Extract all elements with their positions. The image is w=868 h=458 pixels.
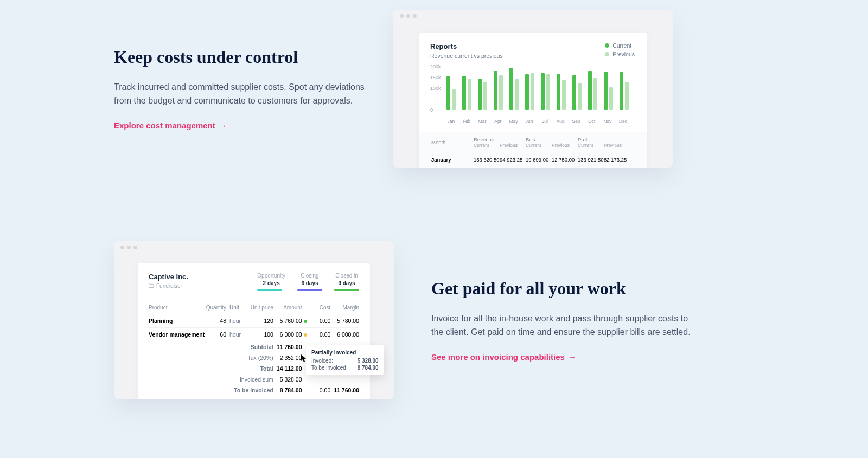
bar-current — [620, 72, 623, 110]
hdr-unitprice: Unit price — [244, 305, 273, 311]
hdr-cost: Cost — [309, 305, 331, 311]
table-row: February157 420.00142 350.0022 050.0017 … — [419, 167, 647, 168]
ytick: 200k — [430, 64, 441, 69]
tooltip-row: To be invoiced:8 784.00 — [311, 365, 379, 371]
bar-previous — [483, 82, 487, 110]
explore-cost-link-label: Explore cost management — [114, 121, 215, 130]
col-bills: Bills — [526, 137, 552, 143]
section2-heading: Get paid for all your work — [431, 278, 703, 299]
bar-current — [494, 71, 497, 110]
invoice-tooltip: Partially invoiced Invoiced:5 328.00To b… — [306, 345, 384, 375]
section2-body: Invoice for all the in-house work and pa… — [431, 312, 692, 339]
arrow-right-icon: → — [219, 121, 227, 130]
chart-xlabels: JanFebMarAprMayJunJulAugSepOctNovDec — [446, 119, 628, 124]
hdr-amount: Amount — [273, 305, 302, 311]
ytick: 0 — [430, 107, 433, 113]
bar-current — [462, 76, 466, 110]
arrow-right-icon: → — [568, 352, 576, 362]
invoicing-link[interactable]: See more on invoicing capabilities → — [431, 352, 576, 362]
bar-current — [541, 73, 545, 110]
bar-previous — [531, 73, 534, 110]
tooltip-title: Partially invoiced — [311, 350, 379, 356]
quote-line: Planning48hour1205 760.000.005 780.00 — [149, 314, 359, 328]
bar-current — [478, 79, 482, 110]
invoicing-link-label: See more on invoicing capabilities — [431, 352, 565, 362]
bar-previous — [452, 89, 456, 110]
xlabel: Dec — [618, 119, 628, 124]
summary-row: To be invoiced8 784.000.0011 760.00 — [149, 385, 359, 396]
bar-previous — [593, 78, 597, 110]
col-rev-current: Current — [474, 143, 500, 148]
ytick: 100k — [430, 86, 441, 91]
col-month: Month — [431, 139, 474, 145]
col-revenue: Revenue — [474, 137, 500, 143]
bar-previous — [562, 80, 566, 110]
xlabel: Jan — [446, 119, 456, 124]
xlabel: Jul — [540, 119, 550, 124]
bar-current — [588, 71, 592, 110]
bar-current — [604, 72, 608, 110]
bar-current — [557, 74, 560, 110]
cursor-icon — [301, 354, 307, 365]
xlabel: Sep — [572, 119, 581, 124]
window-titlebar — [114, 241, 394, 253]
table-row: January153 620.5094 923.2519 699.0012 75… — [419, 152, 647, 167]
status-dot-icon — [304, 333, 307, 337]
xlabel: Apr — [493, 119, 502, 124]
col-profit: Profit — [578, 137, 604, 143]
bar-previous — [546, 74, 550, 110]
xlabel: May — [509, 119, 518, 124]
reports-window: Reports Revenue current vs previous Curr… — [393, 10, 673, 168]
stage: Closed in9 days — [334, 273, 359, 291]
bar-current — [525, 74, 529, 110]
col-bills-current: Current — [526, 143, 552, 148]
legend-label-previous: Previous — [612, 51, 635, 57]
xlabel: Feb — [462, 119, 471, 124]
quote-window: Captive Inc. Fundraiser Opportunity2 day… — [114, 241, 394, 399]
explore-cost-link[interactable]: Explore cost management → — [114, 121, 227, 130]
xlabel: Jun — [525, 119, 534, 124]
legend-dot-current — [605, 43, 609, 48]
xlabel: Mar — [478, 119, 487, 124]
bar-previous — [625, 82, 629, 110]
bar-previous — [468, 79, 471, 110]
bar-previous — [515, 79, 519, 110]
quote-line: Vendor management60hour1006 000.000.006 … — [149, 328, 359, 341]
reports-table: Month RevenueCurrent Previous BillsCurre… — [419, 132, 647, 168]
ytick: 150k — [430, 75, 441, 80]
stage: Opportunity2 days — [257, 273, 285, 291]
stage: Closing6 days — [297, 273, 322, 291]
bar-previous — [578, 83, 582, 110]
section1-body: Track incurred and committed supplier co… — [114, 81, 374, 108]
bar-current — [446, 76, 450, 110]
revenue-chart: 200k150k100k0 — [446, 67, 628, 117]
bar-current — [509, 68, 513, 110]
tooltip-row: Invoiced:5 328.00 — [311, 358, 379, 364]
xlabel: Nov — [603, 119, 612, 124]
bar-previous — [499, 75, 503, 110]
col-bills-previous: Previous — [552, 143, 578, 148]
hdr-qty: Quantity — [205, 305, 227, 311]
chart-legend: Current Previous — [605, 42, 635, 60]
bar-previous — [609, 87, 613, 110]
status-dot-icon — [304, 320, 307, 323]
col-profit-current: Current — [578, 143, 604, 148]
folder-icon — [149, 283, 154, 289]
client-name: Captive Inc. — [149, 273, 188, 281]
window-titlebar — [393, 10, 673, 22]
xlabel: Aug — [556, 119, 565, 124]
hdr-product: Product — [149, 305, 205, 311]
hdr-unit: Unit — [226, 305, 244, 311]
summary-row: Invoiced sum5 328.00 — [149, 374, 359, 385]
legend-dot-previous — [605, 52, 609, 56]
col-rev-previous: Previous — [500, 143, 526, 148]
xlabel: Oct — [587, 119, 596, 124]
hdr-margin: Margin — [330, 305, 359, 311]
legend-label-current: Current — [612, 42, 631, 49]
client-sub: Fundraiser — [156, 283, 182, 289]
col-profit-previous: Previous — [604, 143, 630, 148]
section1-heading: Keep costs under control — [114, 46, 385, 68]
stages: Opportunity2 daysClosing6 daysClosed in9… — [257, 273, 359, 291]
bar-current — [572, 75, 576, 110]
